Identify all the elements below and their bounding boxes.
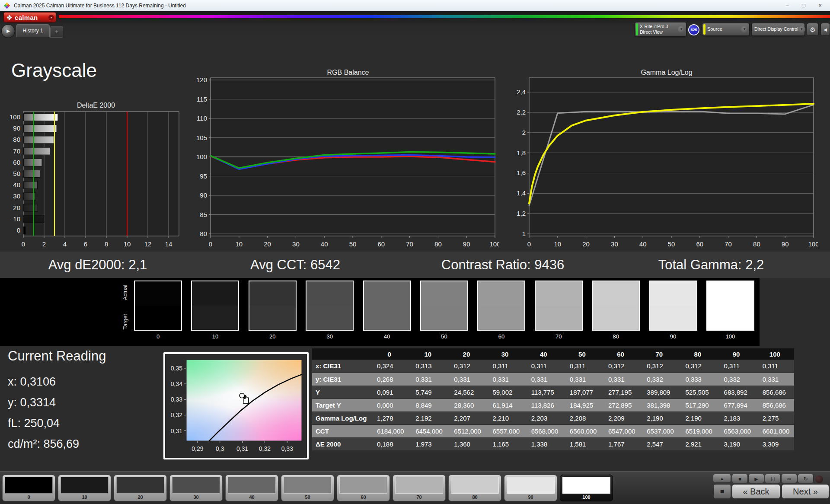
table-cell: 0,268 xyxy=(370,373,409,386)
page-title: Grayscale xyxy=(11,60,97,81)
table-cell: 2,207 xyxy=(447,411,485,424)
patch-button-40[interactable]: 40 xyxy=(225,475,278,501)
close-button[interactable]: × xyxy=(812,0,828,11)
patch-button-30[interactable]: 30 xyxy=(169,475,223,501)
svg-text:100: 100 xyxy=(10,113,20,121)
svg-text:0,29: 0,29 xyxy=(192,445,203,452)
tab-history-1[interactable]: History 1 xyxy=(16,24,50,37)
table-cell: 6184,000 xyxy=(370,424,409,437)
table-cell: 59,002 xyxy=(486,386,524,399)
patch-button-10[interactable]: 10 xyxy=(58,475,111,501)
swatch-actual-20 xyxy=(249,281,296,306)
table-cell: 0,311 xyxy=(563,360,601,373)
patch-button-90[interactable]: 90 xyxy=(504,475,557,501)
patch-button-20[interactable]: 20 xyxy=(114,475,167,501)
table-cell: 3,309 xyxy=(756,437,794,450)
table-row: Gamma Log/Log1,2782,1922,2072,2102,2032,… xyxy=(312,411,794,424)
svg-text:120: 120 xyxy=(197,77,207,83)
svg-text:0,3: 0,3 xyxy=(216,445,224,452)
swatch-label-30: 30 xyxy=(306,333,354,340)
svg-text:2,4: 2,4 xyxy=(517,88,526,96)
table-cell: 1,581 xyxy=(563,437,601,450)
svg-text:105: 105 xyxy=(197,134,207,141)
title-bar: Calman 2025 Calman Ultimate for Business… xyxy=(0,0,830,12)
source-dropdown[interactable]: Source ▼ xyxy=(702,23,750,36)
swatch-actual-0 xyxy=(135,281,181,306)
table-cell: 5,749 xyxy=(409,386,447,399)
swatch-target-80 xyxy=(593,306,639,330)
svg-text:115: 115 xyxy=(197,96,207,103)
svg-text:0,32: 0,32 xyxy=(171,411,182,418)
swatch-target-70 xyxy=(536,306,582,330)
patch-color-0 xyxy=(5,477,53,494)
continuous-measure-button[interactable]: ∞ xyxy=(781,474,797,483)
patch-window-button[interactable]: ■ xyxy=(713,484,731,499)
table-cell: 0,311 xyxy=(524,360,563,373)
add-tab-button[interactable]: + xyxy=(50,26,63,38)
swatch-label-100: 100 xyxy=(706,333,754,340)
calman-menu-button[interactable]: calman ▼ xyxy=(3,12,56,22)
refresh-button[interactable]: ↻ xyxy=(798,474,814,483)
svg-text:60: 60 xyxy=(696,240,703,248)
table-row: x: CIE310,3240,3130,3120,3110,3110,3110,… xyxy=(312,360,794,373)
patch-button-80[interactable]: 80 xyxy=(448,475,501,501)
table-row: ΔE 20000,1881,9731,3601,1651,3381,5811,7… xyxy=(312,437,794,450)
meter-count-badge[interactable]: 625 xyxy=(688,24,699,35)
table-cell: 0,333 xyxy=(678,373,717,386)
swatch-label-60: 60 xyxy=(477,333,525,340)
collapse-up-button[interactable]: ▲ xyxy=(713,474,731,483)
history-nav-button[interactable]: ▶ xyxy=(1,24,15,38)
back-button[interactable]: « Back xyxy=(732,484,780,499)
measurement-table-grid: 0102030405060708090100x: CIE310,3240,313… xyxy=(312,348,794,451)
patch-color-50 xyxy=(284,477,332,494)
patch-button-70[interactable]: 70 xyxy=(393,475,446,501)
column-header-60: 60 xyxy=(601,348,640,360)
deltae-chart-title: DeltaE 2000 xyxy=(9,101,183,110)
svg-text:40: 40 xyxy=(13,181,20,188)
column-header-40: 40 xyxy=(524,348,563,360)
patch-button-60[interactable]: 60 xyxy=(337,475,390,501)
table-cell: 381,398 xyxy=(640,399,678,411)
table-cell: 184,925 xyxy=(563,399,601,411)
svg-text:0,34: 0,34 xyxy=(171,380,182,387)
table-cell: 0,312 xyxy=(447,360,485,373)
table-cell: 187,077 xyxy=(563,386,601,399)
collapse-panel-button[interactable]: ◀ xyxy=(820,23,830,36)
patch-button-100[interactable]: 100 xyxy=(560,475,613,501)
svg-text:70: 70 xyxy=(13,147,20,155)
maximize-button[interactable]: □ xyxy=(795,0,812,11)
next-button[interactable]: Next » xyxy=(782,484,829,499)
minimize-button[interactable]: – xyxy=(779,0,795,11)
settings-gear-button[interactable]: ⚙ xyxy=(807,23,819,36)
next-label: Next xyxy=(793,487,811,496)
patch-button-0[interactable]: 0 xyxy=(2,475,55,501)
table-cell: 856,686 xyxy=(756,386,794,399)
table-cell: 0,311 xyxy=(756,360,794,373)
patch-button-50[interactable]: 50 xyxy=(281,475,334,501)
stat-contrast-ratio: Contrast Ratio: 9436 xyxy=(441,252,564,278)
play-button[interactable]: ▶ xyxy=(748,474,764,483)
table-cell: 2,190 xyxy=(678,411,717,424)
display-control-dropdown[interactable]: Direct Display Control ▼ xyxy=(751,23,805,36)
row-label: y: CIE31 xyxy=(312,373,370,386)
table-row: Target Y0,0008,84928,36061,914113,826184… xyxy=(312,399,794,411)
row-label: Y xyxy=(312,386,370,399)
svg-text:0,32: 0,32 xyxy=(259,445,271,452)
svg-text:1,8: 1,8 xyxy=(517,149,526,156)
summary-stats-band: Avg dE2000: 2,1 Avg CCT: 6542 Contrast R… xyxy=(0,252,830,278)
reading-x: x: 0,3106 xyxy=(8,375,56,389)
svg-text:80: 80 xyxy=(434,240,442,248)
table-cell: 1,165 xyxy=(486,437,524,450)
chevron-down-icon: ▼ xyxy=(678,26,685,33)
single-measure-button[interactable]: [-] xyxy=(765,474,781,483)
svg-text:100: 100 xyxy=(489,240,499,248)
svg-text:0,35: 0,35 xyxy=(171,365,182,372)
svg-text:100: 100 xyxy=(808,240,818,248)
meter-dropdown[interactable]: X-Rite i1Pro 3Direct View ▼ xyxy=(635,22,686,37)
swatch-actual-100 xyxy=(707,281,753,306)
stop-button[interactable]: ■ xyxy=(732,474,748,483)
swatch-label-70: 70 xyxy=(535,333,583,340)
calman-chevron-icon: ▼ xyxy=(48,15,54,20)
table-cell: 0,332 xyxy=(640,373,678,386)
table-cell: 8,849 xyxy=(409,399,447,411)
